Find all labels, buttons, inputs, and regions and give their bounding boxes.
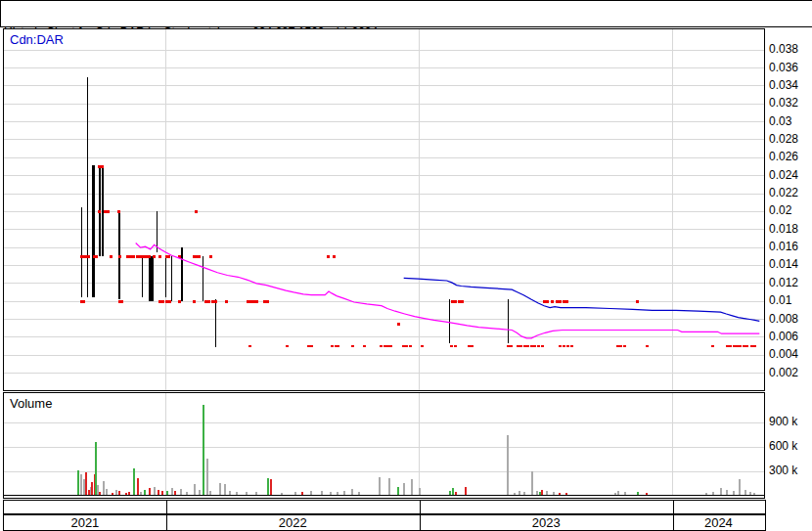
close-mark bbox=[454, 300, 457, 302]
volume-bar bbox=[149, 488, 151, 496]
price-axis-tick-label: 0.022 bbox=[769, 186, 798, 199]
close-mark bbox=[636, 300, 639, 302]
close-mark bbox=[136, 255, 139, 257]
year-label: 2021 bbox=[70, 515, 99, 530]
close-mark bbox=[307, 345, 310, 347]
close-mark bbox=[559, 300, 562, 302]
close-mark bbox=[461, 300, 464, 302]
close-mark bbox=[409, 345, 412, 347]
price-axis-tick-label: 0.032 bbox=[769, 96, 798, 110]
price-axis-tick-label: 0.016 bbox=[769, 240, 798, 253]
close-mark bbox=[158, 300, 161, 302]
volume-bar bbox=[403, 483, 405, 496]
close-mark bbox=[510, 345, 513, 347]
close-mark bbox=[167, 255, 170, 257]
price-axis-tick-label: 0.006 bbox=[769, 330, 798, 343]
price-chart-plot bbox=[4, 29, 764, 390]
stockwatch-historic-chart-page: { "header": { "title": "Historic Chart f… bbox=[0, 0, 812, 531]
hilo-bar bbox=[81, 207, 82, 297]
close-mark bbox=[739, 345, 742, 347]
close-mark bbox=[619, 345, 622, 347]
close-mark bbox=[733, 345, 736, 347]
volume-bar bbox=[91, 482, 93, 496]
close-mark bbox=[507, 345, 510, 347]
close-mark bbox=[566, 345, 569, 347]
close-mark bbox=[82, 300, 85, 302]
price-axis-labels: 0.0380.0360.0340.0320.030.0280.0260.0240… bbox=[769, 28, 812, 391]
volume-bar bbox=[419, 488, 421, 496]
close-mark bbox=[286, 345, 289, 347]
price-axis-tick-label: 0.014 bbox=[769, 257, 798, 271]
volume-bar bbox=[351, 489, 353, 496]
close-mark bbox=[310, 345, 313, 347]
close-mark bbox=[402, 345, 405, 347]
price-axis-tick-label: 0.02 bbox=[769, 203, 791, 217]
volume-axis-tick-label: 300 k bbox=[769, 464, 797, 477]
close-mark bbox=[471, 345, 474, 347]
close-mark bbox=[397, 323, 400, 325]
volume-label: Volume bbox=[10, 396, 52, 411]
close-mark bbox=[383, 345, 386, 347]
close-mark bbox=[565, 300, 568, 302]
close-mark bbox=[266, 300, 269, 302]
close-mark bbox=[195, 210, 198, 212]
price-axis-tick-label: 0.024 bbox=[769, 168, 798, 182]
close-mark bbox=[537, 345, 540, 347]
volume-bar bbox=[97, 485, 99, 496]
close-mark bbox=[153, 255, 156, 257]
close-mark bbox=[454, 345, 457, 347]
hilo-bar bbox=[102, 165, 104, 257]
price-axis-tick-label: 0.028 bbox=[769, 132, 798, 146]
hilo-bar bbox=[203, 256, 203, 301]
close-mark bbox=[517, 345, 519, 347]
symbol-label: Cdn:DAR bbox=[10, 32, 64, 47]
close-mark bbox=[193, 300, 196, 302]
close-mark bbox=[118, 255, 121, 257]
close-mark bbox=[247, 300, 249, 302]
volume-bar bbox=[531, 471, 533, 496]
volume-bar bbox=[219, 483, 221, 496]
volume-axis-tick-label: 600 k bbox=[769, 439, 797, 453]
volume-bar bbox=[171, 488, 173, 496]
close-mark bbox=[363, 345, 366, 347]
close-mark bbox=[753, 345, 756, 347]
close-mark bbox=[421, 345, 424, 347]
close-mark bbox=[327, 255, 330, 257]
close-mark bbox=[161, 300, 164, 302]
close-mark bbox=[198, 255, 201, 257]
close-mark bbox=[458, 300, 461, 302]
price-axis-tick-label: 0.03 bbox=[769, 114, 791, 128]
volume-bar bbox=[739, 479, 741, 496]
volume-bar bbox=[206, 459, 208, 496]
volume-bar bbox=[106, 489, 108, 496]
year-band-divider bbox=[673, 515, 674, 530]
close-mark bbox=[104, 210, 107, 212]
close-mark bbox=[158, 255, 161, 257]
price-axis-tick-label: 0.002 bbox=[769, 366, 798, 379]
close-mark bbox=[168, 300, 171, 302]
year-band-divider bbox=[166, 515, 167, 530]
close-mark bbox=[523, 345, 526, 347]
close-mark bbox=[132, 255, 135, 257]
close-mark bbox=[207, 300, 210, 302]
close-mark bbox=[546, 300, 549, 302]
close-mark bbox=[82, 255, 85, 257]
ma-long-line bbox=[404, 278, 760, 321]
volume-bar bbox=[452, 488, 454, 496]
volume-bar bbox=[103, 481, 105, 496]
close-mark bbox=[450, 345, 453, 347]
volume-bar bbox=[720, 488, 722, 496]
volume-bar bbox=[388, 478, 390, 496]
volume-bar bbox=[203, 405, 204, 496]
close-mark bbox=[214, 300, 217, 302]
close-mark bbox=[380, 345, 383, 347]
close-mark bbox=[204, 300, 207, 302]
volume-plot bbox=[4, 393, 764, 496]
volume-bar bbox=[95, 442, 97, 496]
close-mark bbox=[145, 255, 148, 257]
price-axis-tick-label: 0.036 bbox=[769, 61, 798, 74]
volume-bar bbox=[507, 435, 509, 496]
year-band-divider bbox=[166, 501, 167, 513]
volume-bar bbox=[194, 484, 196, 496]
close-mark bbox=[711, 345, 714, 347]
